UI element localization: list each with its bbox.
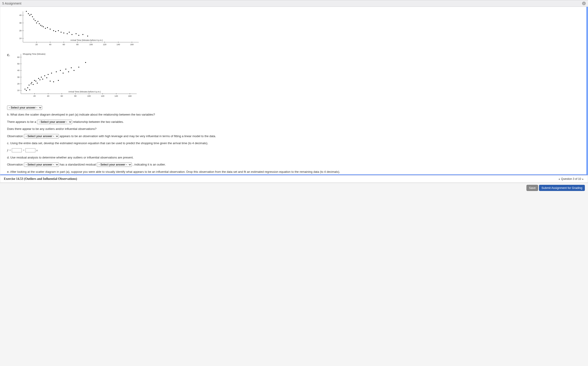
svg-text:10: 10 — [17, 89, 20, 92]
svg-text:Arrival Time (Minutes before 6: Arrival Time (Minutes before 6 p.m.) — [70, 39, 103, 41]
part-e-prompt: e. After looking at the scatter diagram … — [7, 169, 580, 174]
svg-point-44 — [39, 23, 40, 24]
svg-text:20: 20 — [17, 83, 20, 85]
answer-select-a[interactable]: - Select your answer - — [7, 105, 42, 110]
svg-point-104 — [26, 90, 27, 91]
svg-point-48 — [45, 28, 46, 29]
svg-point-129 — [68, 71, 69, 72]
svg-point-52 — [55, 31, 56, 32]
svg-point-115 — [39, 79, 40, 80]
svg-point-120 — [48, 74, 49, 75]
svg-text:40: 40 — [19, 14, 22, 16]
svg-text:80: 80 — [74, 95, 76, 97]
save-button[interactable]: Save — [527, 185, 538, 191]
svg-point-131 — [74, 70, 75, 71]
assignment-header: 5 Assignment i — [0, 0, 588, 7]
svg-text:60: 60 — [63, 43, 65, 46]
svg-point-47 — [43, 26, 44, 27]
question-nav: ◂ Question 3 of 10 ▸ — [558, 177, 584, 181]
svg-text:120: 120 — [103, 43, 106, 46]
svg-text:40: 40 — [47, 95, 49, 97]
svg-text:30: 30 — [19, 22, 22, 24]
svg-point-49 — [47, 27, 48, 28]
part-c-equation: ŷ = + x — [7, 148, 580, 153]
svg-point-111 — [34, 80, 35, 81]
svg-text:60: 60 — [17, 56, 20, 58]
slope-input-c[interactable] — [25, 148, 35, 152]
svg-point-112 — [35, 81, 36, 82]
svg-point-35 — [26, 11, 27, 12]
svg-text:140: 140 — [114, 95, 118, 97]
svg-text:100: 100 — [89, 43, 93, 46]
svg-text:40: 40 — [49, 43, 51, 46]
svg-point-124 — [56, 71, 57, 72]
svg-text:30: 30 — [17, 76, 20, 78]
svg-point-39 — [32, 16, 33, 17]
svg-text:100: 100 — [87, 95, 90, 97]
svg-text:40: 40 — [17, 69, 20, 71]
svg-point-53 — [58, 30, 59, 31]
prev-question-arrow[interactable]: ◂ — [558, 177, 560, 180]
next-question-arrow[interactable]: ▸ — [582, 177, 584, 180]
svg-point-130 — [71, 68, 72, 68]
svg-point-123 — [53, 81, 54, 82]
svg-text:120: 120 — [101, 95, 104, 97]
part-c-label: C. — [7, 53, 10, 57]
question-scroll-area: 2040608010012014016010203040Arrival Time… — [0, 7, 588, 175]
scatter-chart-top: 2040608010012014016010203040Arrival Time… — [14, 10, 580, 49]
svg-point-110 — [33, 84, 34, 85]
svg-point-113 — [37, 83, 38, 84]
svg-point-132 — [78, 67, 79, 68]
svg-point-40 — [33, 19, 34, 20]
intercept-input-c[interactable] — [12, 148, 22, 152]
svg-point-62 — [87, 36, 88, 37]
part-b-line1: There appears to be a - Select your answ… — [7, 119, 580, 124]
svg-point-121 — [50, 81, 51, 82]
svg-point-108 — [31, 83, 31, 84]
svg-point-125 — [58, 80, 59, 81]
svg-point-117 — [42, 79, 43, 79]
svg-point-107 — [29, 89, 30, 90]
content-container: 2040608010012014016010203040Arrival Time… — [0, 7, 588, 183]
svg-point-43 — [38, 21, 38, 22]
observation-select-d[interactable]: - Select your answer - — [24, 162, 59, 167]
info-icon[interactable]: i — [582, 2, 586, 5]
svg-point-122 — [51, 73, 52, 74]
part-b-prompt: b. What does the scatter diagram develop… — [7, 112, 580, 117]
part-b-line2: Does there appear to be any outliers and… — [7, 126, 580, 131]
svg-point-41 — [35, 20, 36, 21]
svg-text:Shopping Time (Minutes): Shopping Time (Minutes) — [23, 53, 45, 55]
svg-text:160: 160 — [130, 43, 134, 46]
svg-point-57 — [69, 32, 70, 33]
exercise-bar: Exercise 14.53 (Outliers and Influential… — [0, 175, 588, 183]
part-b-line3: Observation - Select your answer - appea… — [7, 134, 580, 139]
svg-point-56 — [67, 33, 68, 34]
submit-button[interactable]: Submit Assignment for Grading — [539, 185, 585, 191]
part-d-line: Observation - Select your answer - has a… — [7, 162, 580, 167]
observation-select-b[interactable]: - Select your answer - — [24, 134, 59, 138]
svg-point-119 — [46, 77, 47, 78]
residual-select-d[interactable]: - Select your answer - — [97, 162, 132, 167]
exercise-title: Exercise 14.53 (Outliers and Influential… — [4, 177, 77, 181]
svg-point-128 — [65, 69, 66, 69]
footer-buttons: Save Submit Assignment for Grading — [0, 183, 588, 193]
svg-point-37 — [29, 15, 30, 16]
scatter-chart-c: 20406080100120140160102030405060Shopping… — [12, 53, 139, 101]
svg-text:20: 20 — [33, 95, 36, 97]
svg-point-118 — [44, 75, 45, 76]
svg-point-54 — [61, 32, 61, 33]
svg-point-109 — [31, 82, 32, 83]
svg-point-127 — [63, 73, 64, 74]
relationship-select[interactable]: - Select your answer - — [37, 120, 72, 124]
svg-point-59 — [75, 33, 76, 34]
svg-point-55 — [63, 32, 64, 33]
svg-point-50 — [50, 29, 51, 30]
svg-text:50: 50 — [17, 63, 20, 65]
svg-text:160: 160 — [128, 95, 131, 97]
svg-text:140: 140 — [116, 43, 120, 46]
svg-point-61 — [83, 34, 83, 35]
svg-text:80: 80 — [76, 43, 79, 46]
svg-text:20: 20 — [35, 43, 38, 46]
svg-point-126 — [60, 70, 61, 71]
svg-text:10: 10 — [19, 37, 22, 39]
